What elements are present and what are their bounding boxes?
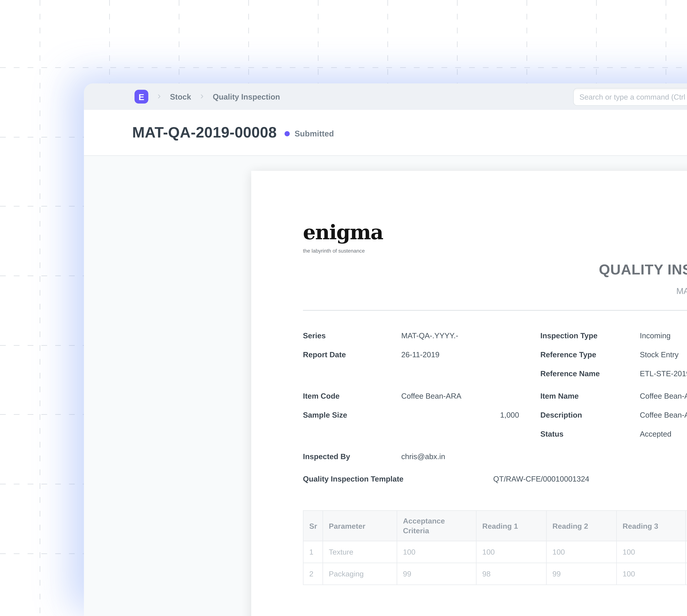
field-value: Incoming [640,326,687,345]
print-preview-paper: enigma the labyrinth of sustenance QUALI… [251,171,687,616]
status-dot [285,131,290,136]
table-cell: 100 [617,563,686,585]
field-label: Series [303,326,401,345]
field-value: 1,000 [401,405,519,424]
column-header: Reading 3 [617,510,686,541]
field-label: Item Name [541,387,640,405]
field-value: QT/RAW-CFE/00010001324 [493,469,589,488]
document-name: MAT-QA-2019-00008 [303,286,687,295]
table-cell: 2 [303,563,323,585]
app-window: E › Stock › Quality Inspection A Setting… [84,84,687,616]
field-label: Inspection Type [541,326,640,345]
field-label: Status [541,424,640,444]
table-cell: 99 [397,563,476,585]
print-preview-area: enigma the labyrinth of sustenance QUALI… [84,156,687,616]
table-row: 1 Texture 100 100 100 100 Accepted [303,541,687,563]
field-label: Reference Name [541,364,640,383]
field-label: Quality Inspection Template [303,469,493,488]
field-label: Sample Size [303,405,401,424]
table-header-row: Sr Parameter Acceptance Criteria Reading… [303,510,687,541]
column-header: Acceptance Criteria [397,510,476,541]
table-cell: Accepted [686,563,687,585]
field-label: Report Date [303,345,401,364]
breadcrumb-stock[interactable]: Stock [170,92,191,101]
field-value: Coffee Bean-ARA [401,387,519,405]
breadcrumb-quality-inspection[interactable]: Quality Inspection [213,92,280,101]
global-search[interactable] [573,88,687,106]
company-logo: enigma [303,222,687,242]
navbar: E › Stock › Quality Inspection A Setting… [84,84,687,110]
field-value: Accepted [640,424,687,444]
table-cell: Texture [323,541,397,563]
field-label: Inspected By [303,447,401,466]
status-badge: Submitted [295,129,334,138]
column-header: Parameter [323,510,397,541]
erpnext-logo[interactable]: E [135,90,148,104]
table-cell: 98 [476,563,546,585]
table-cell: 100 [546,541,617,563]
divider [303,310,687,311]
field-value: MAT-QA-.YYYY.- [401,326,519,345]
column-header: Reading 2 [546,510,617,541]
table-cell: 100 [476,541,546,563]
field-value: chris@abx.in [401,447,519,466]
column-header: Status [686,510,687,541]
field-value: Coffee Bean-ARA [640,405,687,424]
field-value: Stock Entry [640,345,687,364]
table-cell: Accepted [686,541,687,563]
search-input[interactable] [579,92,687,101]
field-label: Reference Type [541,345,640,364]
field-value: Coffee Bean-ARA [640,387,687,405]
table-cell: 100 [617,541,686,563]
table-cell: 1 [303,541,323,563]
field-value: ETL-STE-2019-00078 [640,364,687,383]
field-label: Item Code [303,387,401,405]
column-header: Reading 1 [476,510,546,541]
page-title: MAT-QA-2019-00008 [132,124,277,141]
navbar-right: A Settings ▾ Help [573,88,687,106]
screen: E › Stock › Quality Inspection A Setting… [0,0,687,616]
table-cell: 99 [546,563,617,585]
breadcrumb-chevron-icon: › [200,90,204,102]
document-fields: Series MAT-QA-.YYYY.- Inspection Type In… [303,326,687,488]
column-header: Sr [303,510,323,541]
document-heading: QUALITY INSPECTION [303,261,687,278]
field-label: Description [541,405,640,424]
table-cell: Packaging [323,563,397,585]
breadcrumb-chevron-icon: › [158,90,161,102]
page-head: MAT-QA-2019-00008 Submitted [84,110,687,156]
field-value: 26-11-2019 [401,345,519,364]
readings-table: Sr Parameter Acceptance Criteria Reading… [303,510,687,585]
table-cell: 100 [397,541,476,563]
table-row: 2 Packaging 99 98 99 100 Accepted [303,563,687,585]
company-tagline: the labyrinth of sustenance [303,248,687,254]
